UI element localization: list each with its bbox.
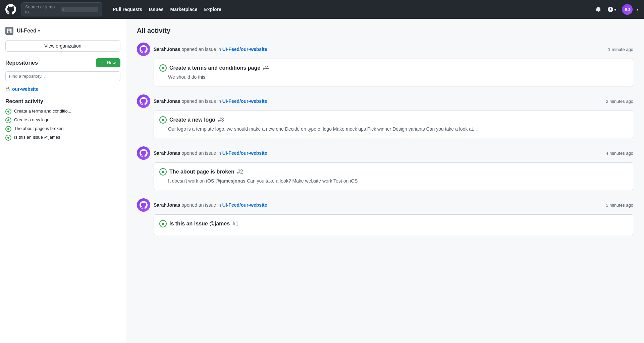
feed-header-1: SarahJonas opened an issue in UI-Feed/ou… (137, 43, 633, 56)
recent-item-3[interactable]: The about page is broken (5, 126, 120, 132)
feed-card-3[interactable]: The about page is broken #2 It doesn't w… (154, 162, 633, 190)
notifications-button[interactable] (594, 5, 602, 13)
feed-card-4[interactable]: Is this an issue @james #1 (154, 214, 633, 235)
issue-number-2: #3 (218, 117, 224, 123)
feed-header-text-3: SarahJonas opened an issue in UI-Feed/ou… (154, 150, 602, 156)
nav-right: ▾ SJ ▾ (594, 4, 639, 15)
feed-time-2: 2 minutes ago (606, 99, 633, 104)
feed-card-title-1: Create a terms and conditions page #4 (159, 64, 628, 72)
feed-header-text-2: SarahJonas opened an issue in UI-Feed/ou… (154, 98, 602, 104)
feed-card-title-2: Create a new logo #3 (159, 116, 628, 124)
repo-link-our-website[interactable]: our-website (5, 85, 120, 93)
search-placeholder: Search or jump to... (25, 4, 59, 14)
feed-action-2: opened an issue in (181, 98, 222, 104)
repositories-section-header: Repositories New (5, 58, 120, 67)
feed-header-text-1: SarahJonas opened an issue in UI-Feed/ou… (154, 47, 605, 52)
search-kbd: / (61, 7, 98, 12)
search-box[interactable]: Search or jump to... / (21, 2, 102, 16)
feed-repo-2[interactable]: UI-Feed/our-website (222, 98, 267, 104)
feed-card-1[interactable]: Create a terms and conditions page #4 We… (154, 59, 633, 86)
feed-avatar-2 (137, 94, 150, 108)
recent-item-text-2: Create a new logo (14, 117, 50, 122)
recent-item-4[interactable]: Is this an issue @james (5, 135, 120, 141)
avatar-chevron: ▾ (637, 7, 639, 12)
org-name[interactable]: UI-Feed ▾ (17, 28, 40, 34)
feed-action-3: opened an issue in (181, 150, 222, 156)
layout: UI-Feed ▾ View organization Repositories… (0, 19, 644, 343)
feed-card-title-4: Is this an issue @james #1 (159, 220, 628, 227)
issue-open-icon-1 (5, 109, 11, 115)
feed-avatar-3 (137, 146, 150, 160)
issue-status-icon-2 (159, 116, 167, 124)
new-repo-button[interactable]: New (96, 58, 120, 67)
issue-number-3: #2 (237, 169, 243, 175)
org-icon (5, 27, 13, 35)
feed-card-body-3: It doesn't work on iOS @jamesjonas Can y… (168, 178, 628, 185)
issue-status-icon-4 (159, 220, 167, 227)
feed-item-2: SarahJonas opened an issue in UI-Feed/ou… (137, 94, 633, 138)
issue-open-icon-3 (5, 126, 11, 132)
avatar[interactable]: SJ (622, 4, 633, 15)
issue-status-icon-1 (159, 64, 167, 72)
feed-time-4: 5 minutes ago (606, 203, 633, 208)
issue-open-icon-2 (5, 117, 11, 123)
feed-item-1: SarahJonas opened an issue in UI-Feed/ou… (137, 43, 633, 86)
create-button[interactable]: ▾ (606, 5, 618, 13)
main-content: All activity SarahJonas opened an issue … (126, 19, 644, 343)
issue-number-1: #4 (263, 65, 269, 71)
feed-avatar-4 (137, 198, 150, 212)
feed-time-3: 4 minutes ago (606, 151, 633, 156)
repositories-label: Repositories (5, 60, 38, 66)
feed-repo-1[interactable]: UI-Feed/our-website (222, 47, 267, 52)
feed-header-2: SarahJonas opened an issue in UI-Feed/ou… (137, 94, 633, 108)
feed-action-4: opened an issue in (181, 202, 222, 208)
issue-status-icon-3 (159, 168, 167, 176)
nav-marketplace[interactable]: Marketplace (168, 5, 200, 14)
page-title: All activity (137, 27, 633, 35)
nav-links: Pull requests Issues Marketplace Explore (110, 5, 224, 14)
recent-activity-label: Recent activity (5, 98, 120, 105)
feed-time-1: 1 minute ago (608, 47, 633, 52)
recent-item-1[interactable]: Create a terms and conditio... (5, 109, 120, 115)
feed-actor-4: SarahJonas (154, 202, 180, 208)
create-chevron: ▾ (614, 7, 616, 12)
feed-actor-3: SarahJonas (154, 150, 180, 156)
feed-card-title-3: The about page is broken #2 (159, 168, 628, 176)
feed-card-body-1: We should do this (168, 74, 628, 81)
feed-card-body-2: Our logo is a template logo, we should m… (168, 126, 628, 133)
org-dropdown-arrow[interactable]: ▾ (38, 28, 40, 33)
feed-repo-3[interactable]: UI-Feed/our-website (222, 150, 267, 156)
recent-item-text-4: Is this an issue @james (14, 135, 60, 140)
view-organization-button[interactable]: View organization (5, 40, 120, 52)
nav-pull-requests[interactable]: Pull requests (110, 5, 145, 14)
feed-actor-1: SarahJonas (154, 47, 180, 52)
sidebar: UI-Feed ▾ View organization Repositories… (0, 19, 126, 343)
recent-item-2[interactable]: Create a new logo (5, 117, 120, 123)
org-header: UI-Feed ▾ (5, 27, 120, 35)
nav-explore[interactable]: Explore (201, 5, 224, 14)
feed-item-3: SarahJonas opened an issue in UI-Feed/ou… (137, 146, 633, 190)
recent-item-text-1: Create a terms and conditio... (14, 109, 71, 114)
feed-item-4: SarahJonas opened an issue in UI-Feed/ou… (137, 198, 633, 235)
feed-header-3: SarahJonas opened an issue in UI-Feed/ou… (137, 146, 633, 160)
feed-action-1: opened an issue in (181, 47, 222, 52)
nav-issues[interactable]: Issues (146, 5, 166, 14)
feed-repo-4[interactable]: UI-Feed/our-website (222, 202, 267, 208)
feed-header-4: SarahJonas opened an issue in UI-Feed/ou… (137, 198, 633, 212)
find-repository-input[interactable] (5, 71, 120, 81)
recent-item-text-3: The about page is broken (14, 126, 63, 131)
feed-avatar-1 (137, 43, 150, 56)
feed-header-text-4: SarahJonas opened an issue in UI-Feed/ou… (154, 202, 602, 208)
issue-number-4: #1 (232, 221, 238, 227)
feed-actor-2: SarahJonas (154, 98, 180, 104)
issue-open-icon-4 (5, 135, 11, 141)
github-logo[interactable] (5, 4, 16, 15)
feed-card-2[interactable]: Create a new logo #3 Our logo is a templ… (154, 111, 633, 138)
navbar: Search or jump to... / Pull requests Iss… (0, 0, 644, 19)
